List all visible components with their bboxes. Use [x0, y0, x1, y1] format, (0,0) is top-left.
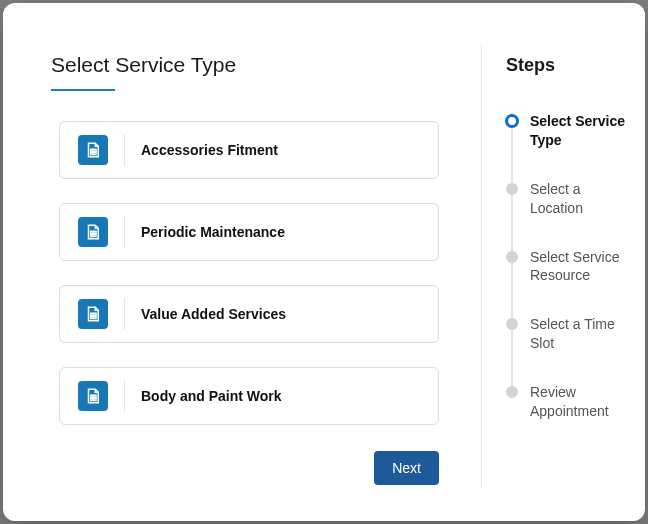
- option-divider: [124, 298, 125, 330]
- step-dot-icon: [506, 183, 518, 195]
- step-line: [511, 330, 513, 388]
- step-select-service-resource: Select Service Resource: [506, 248, 631, 316]
- step-label: Review Appointment: [530, 384, 609, 419]
- svg-rect-8: [91, 313, 93, 315]
- steps-list: Select Service Type Select a Location Se…: [506, 112, 631, 421]
- option-label: Periodic Maintenance: [141, 224, 285, 240]
- step-label: Select Service Resource: [530, 249, 619, 284]
- footer: Next: [51, 451, 439, 485]
- step-dot-icon: [506, 386, 518, 398]
- steps-panel: Steps Select Service Type Select a Locat…: [481, 45, 645, 489]
- modal-dialog: Select Service Type Accessories Fitment: [3, 3, 645, 521]
- svg-rect-15: [94, 398, 96, 400]
- step-label: Select a Time Slot: [530, 316, 615, 351]
- step-dot-icon: [506, 251, 518, 263]
- svg-rect-3: [94, 152, 96, 154]
- svg-rect-11: [94, 316, 96, 318]
- step-select-time-slot: Select a Time Slot: [506, 315, 631, 383]
- step-label: Select a Location: [530, 181, 583, 216]
- step-line: [511, 263, 513, 321]
- svg-rect-10: [91, 316, 93, 318]
- steps-title: Steps: [506, 55, 631, 76]
- svg-rect-7: [94, 234, 96, 236]
- main-panel: Select Service Type Accessories Fitment: [3, 3, 481, 521]
- option-label: Body and Paint Work: [141, 388, 282, 404]
- document-icon: [78, 381, 108, 411]
- svg-rect-5: [94, 231, 96, 233]
- document-icon: [78, 299, 108, 329]
- svg-rect-0: [91, 149, 93, 151]
- title-underline: [51, 89, 115, 91]
- option-label: Accessories Fitment: [141, 142, 278, 158]
- svg-rect-13: [94, 395, 96, 397]
- option-divider: [124, 134, 125, 166]
- step-review-appointment: Review Appointment: [506, 383, 631, 421]
- document-icon: [78, 135, 108, 165]
- step-dot-icon: [505, 114, 519, 128]
- option-body-and-paint-work[interactable]: Body and Paint Work: [59, 367, 439, 425]
- step-label: Select Service Type: [530, 113, 625, 148]
- option-accessories-fitment[interactable]: Accessories Fitment: [59, 121, 439, 179]
- step-dot-icon: [506, 318, 518, 330]
- step-select-location: Select a Location: [506, 180, 631, 248]
- svg-rect-6: [91, 234, 93, 236]
- option-value-added-services[interactable]: Value Added Services: [59, 285, 439, 343]
- step-select-service-type: Select Service Type: [506, 112, 631, 180]
- document-icon: [78, 217, 108, 247]
- step-line: [511, 127, 513, 185]
- option-divider: [124, 380, 125, 412]
- svg-rect-14: [91, 398, 93, 400]
- svg-rect-9: [94, 313, 96, 315]
- option-periodic-maintenance[interactable]: Periodic Maintenance: [59, 203, 439, 261]
- svg-rect-12: [91, 395, 93, 397]
- service-options: Accessories Fitment Periodic Maintenance: [59, 121, 439, 425]
- svg-rect-4: [91, 231, 93, 233]
- page-title: Select Service Type: [51, 53, 439, 77]
- svg-rect-2: [91, 152, 93, 154]
- option-label: Value Added Services: [141, 306, 286, 322]
- svg-rect-1: [94, 149, 96, 151]
- step-line: [511, 195, 513, 253]
- option-divider: [124, 216, 125, 248]
- next-button[interactable]: Next: [374, 451, 439, 485]
